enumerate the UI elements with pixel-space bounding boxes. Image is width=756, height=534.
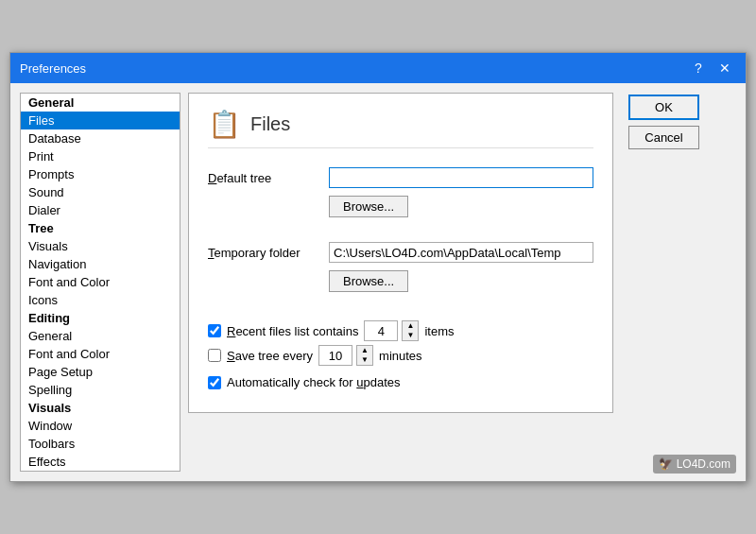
recent-files-spinner: ▲ ▼ (364, 320, 419, 341)
save-tree-decrement[interactable]: ▼ (357, 355, 372, 365)
sidebar: GeneralFilesDatabasePrintPromptsSoundDia… (20, 93, 180, 472)
auto-check-row: Automatically check for updates (208, 375, 593, 389)
default-tree-input[interactable] (329, 167, 593, 188)
sidebar-item-icons-11[interactable]: Icons (21, 291, 180, 309)
default-tree-row: Default tree (208, 167, 593, 188)
temp-folder-row: Temporary folder (208, 242, 593, 263)
panel-title: Files (250, 113, 290, 135)
recent-files-row: Recent files list contains ▲ ▼ items (208, 320, 593, 341)
sidebar-item-sound-5[interactable]: Sound (21, 183, 180, 201)
save-tree-increment[interactable]: ▲ (357, 346, 372, 355)
sidebar-item-visuals-17[interactable]: Visuals (21, 399, 180, 417)
save-tree-spinner: ▲ ▼ (318, 345, 373, 366)
default-tree-label: Default tree (208, 171, 321, 185)
preferences-dialog: Preferences ? ✕ GeneralFilesDatabasePrin… (9, 52, 747, 482)
sidebar-item-effects-20[interactable]: Effects (21, 453, 180, 471)
sidebar-item-font-and-color-14[interactable]: Font and Color (21, 345, 180, 363)
cancel-button[interactable]: Cancel (628, 126, 699, 149)
auto-check-checkbox[interactable] (208, 376, 221, 389)
dialog-body: GeneralFilesDatabasePrintPromptsSoundDia… (10, 83, 746, 481)
browse-temp-folder-button[interactable]: Browse... (329, 270, 408, 292)
sidebar-item-spelling-16[interactable]: Spelling (21, 381, 180, 399)
sidebar-item-navigation-9[interactable]: Navigation (21, 255, 180, 273)
sidebar-item-files-1[interactable]: Files (21, 112, 180, 129)
files-icon: 📋 (208, 109, 241, 140)
recent-files-suffix: items (424, 324, 454, 338)
sidebar-item-dialer-6[interactable]: Dialer (21, 201, 180, 219)
right-panel: 📋 Files Default tree Browse... Temporary… (188, 93, 699, 472)
recent-files-increment[interactable]: ▲ (403, 321, 418, 331)
title-bar-buttons: ? ✕ (687, 59, 736, 78)
action-buttons: OK Cancel (621, 93, 699, 149)
save-tree-spinner-buttons: ▲ ▼ (356, 345, 373, 366)
content-panel: 📋 Files Default tree Browse... Temporary… (188, 93, 613, 413)
title-bar: Preferences ? ✕ (10, 53, 746, 83)
save-tree-row: Save tree every ▲ ▼ minutes (208, 345, 593, 366)
recent-files-checkbox[interactable] (208, 324, 221, 337)
recent-files-decrement[interactable]: ▼ (403, 331, 418, 340)
sidebar-item-database-2[interactable]: Database (21, 129, 180, 147)
sidebar-item-general-0[interactable]: General (21, 94, 180, 112)
recent-files-label: Recent files list contains (227, 324, 358, 338)
sidebar-item-print-3[interactable]: Print (21, 147, 180, 165)
help-title-button[interactable]: ? (687, 59, 710, 78)
recent-files-value-input[interactable] (364, 320, 398, 341)
sidebar-item-visuals-8[interactable]: Visuals (21, 237, 180, 255)
auto-check-label: Automatically check for updates (227, 375, 401, 389)
recent-files-spinner-buttons: ▲ ▼ (402, 320, 419, 341)
save-tree-suffix: minutes (379, 349, 422, 363)
sidebar-item-tree-7[interactable]: Tree (21, 219, 180, 237)
temp-folder-input[interactable] (329, 242, 593, 263)
sidebar-item-window-18[interactable]: Window (21, 417, 180, 435)
dialog-title: Preferences (20, 61, 86, 76)
sidebar-item-page-setup-15[interactable]: Page Setup (21, 363, 180, 381)
sidebar-item-general-13[interactable]: General (21, 327, 180, 345)
watermark-icon: 🦅 (659, 457, 673, 471)
watermark-text: LO4D.com (677, 457, 730, 471)
temp-folder-label: Temporary folder (208, 246, 321, 260)
sidebar-item-font-and-color-10[interactable]: Font and Color (21, 273, 180, 291)
panel-header: 📋 Files (208, 109, 593, 148)
ok-button[interactable]: OK (628, 95, 699, 120)
save-tree-checkbox[interactable] (208, 349, 221, 362)
watermark: 🦅 LO4D.com (653, 455, 736, 474)
save-tree-label: Save tree every (227, 349, 313, 363)
sidebar-item-prompts-4[interactable]: Prompts (21, 165, 180, 183)
save-tree-value-input[interactable] (318, 345, 352, 366)
sidebar-item-editing-12[interactable]: Editing (21, 309, 180, 327)
close-button[interactable]: ✕ (713, 59, 736, 78)
browse-default-tree-button[interactable]: Browse... (329, 196, 408, 217)
sidebar-item-toolbars-19[interactable]: Toolbars (21, 435, 180, 453)
